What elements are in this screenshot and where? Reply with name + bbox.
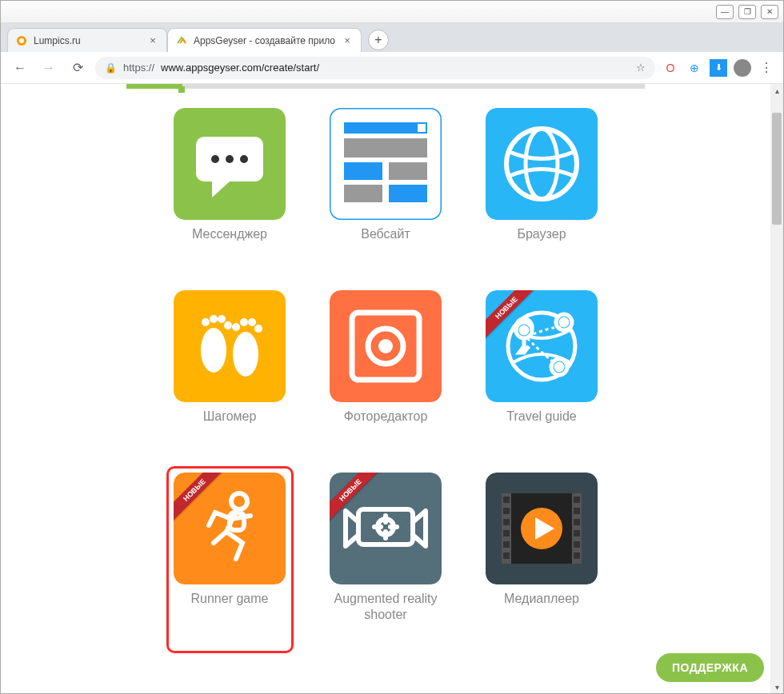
profile-avatar[interactable] — [734, 59, 751, 77]
template-label: Шагомер — [160, 409, 300, 425]
svg-point-1 — [19, 38, 24, 43]
tab-close-button[interactable]: × — [147, 35, 158, 46]
template-label: Медиаплеер — [472, 591, 612, 607]
template-label: Фоторедактор — [316, 409, 456, 425]
tab-title: AppsGeyser - создавайте прило — [194, 35, 335, 46]
template-label: Браузер — [472, 226, 612, 242]
scrollbar-track[interactable] — [770, 97, 783, 680]
ribbon-label: НОВЫЕ — [174, 473, 227, 523]
tab-lumpics[interactable]: Lumpics.ru × — [7, 28, 167, 52]
window-maximize-button[interactable]: ❐ — [738, 5, 756, 19]
mediaplayer-tile[interactable] — [486, 473, 598, 584]
extension-globe-icon[interactable]: ⊕ — [686, 59, 703, 77]
template-card-runner[interactable]: НОВЫЕRunner game — [160, 473, 300, 623]
window-minimize-button[interactable]: — — [716, 5, 734, 19]
ribbon-label: НОВЫЕ — [330, 473, 383, 523]
template-card-messenger[interactable]: Мессенджер — [160, 108, 300, 242]
url-protocol: https:// — [123, 62, 154, 74]
template-label: Travel guide — [472, 409, 612, 425]
forward-button[interactable]: → — [38, 57, 60, 79]
favicon-appsgeyser — [176, 35, 187, 46]
tab-appsgeyser[interactable]: AppsGeyser - создавайте прило × — [167, 28, 362, 52]
window-titlebar: — ❐ ✕ — [1, 1, 783, 23]
tab-strip: Lumpics.ru × AppsGeyser - создавайте при… — [1, 23, 783, 52]
scrollbar-thumb[interactable] — [772, 113, 782, 225]
reload-button[interactable]: ⟳ — [66, 57, 89, 79]
template-label: Вебсайт — [316, 226, 456, 242]
ar-tile[interactable]: НОВЫЕ — [330, 473, 442, 584]
template-card-pedometer[interactable]: Шагомер — [160, 290, 300, 425]
template-card-website[interactable]: Вебсайт — [316, 108, 456, 242]
messenger-tile[interactable] — [174, 108, 286, 220]
runner-tile[interactable]: НОВЫЕ — [174, 473, 286, 584]
photoeditor-tile[interactable] — [330, 290, 442, 402]
lock-icon: 🔒 — [105, 62, 117, 74]
template-card-mediaplayer[interactable]: Медиаплеер — [472, 473, 612, 623]
back-button[interactable]: ← — [9, 57, 31, 79]
template-card-travel[interactable]: НОВЫЕTravel guide — [472, 290, 612, 425]
page-content: МессенджерВебсайтБраузерШагомерФоторедак… — [1, 84, 770, 693]
browser-menu-button[interactable]: ⋮ — [758, 59, 775, 77]
website-tile[interactable] — [330, 108, 442, 220]
template-card-ar[interactable]: НОВЫЕAugmented reality shooter — [316, 473, 456, 623]
ribbon-label: НОВЫЕ — [486, 290, 539, 341]
template-label: Augmented reality shooter — [316, 591, 456, 623]
window-close-button[interactable]: ✕ — [761, 5, 778, 19]
favicon-lumpics — [16, 35, 27, 46]
scroll-down-button[interactable]: ▾ — [770, 680, 783, 693]
template-card-photoeditor[interactable]: Фоторедактор — [316, 290, 456, 425]
template-label: Runner game — [160, 591, 300, 607]
new-ribbon: НОВЫЕ — [486, 290, 542, 346]
browser-window: — ❐ ✕ Lumpics.ru × AppsGeyser - создавай… — [0, 0, 784, 694]
bookmark-star-icon[interactable]: ☆ — [636, 62, 646, 74]
travel-tile[interactable]: НОВЫЕ — [486, 290, 598, 402]
pedometer-tile[interactable] — [174, 290, 286, 402]
address-bar[interactable]: 🔒 https://www.appsgeyser.com/create/star… — [95, 57, 655, 79]
tab-title: Lumpics.ru — [34, 35, 81, 46]
new-ribbon: НОВЫЕ — [330, 473, 386, 528]
page-viewport: МессенджерВебсайтБраузерШагомерФоторедак… — [1, 84, 783, 693]
template-label: Мессенджер — [160, 226, 300, 242]
template-card-browser[interactable]: Браузер — [472, 108, 612, 242]
template-grid: МессенджерВебсайтБраузерШагомерФоторедак… — [106, 108, 666, 623]
extension-download-icon[interactable]: ⬇ — [710, 59, 727, 77]
support-button[interactable]: ПОДДЕРЖКА — [656, 653, 764, 682]
new-tab-button[interactable]: + — [368, 30, 389, 50]
new-ribbon: НОВЫЕ — [174, 473, 230, 528]
scroll-up-button[interactable]: ▴ — [770, 84, 783, 97]
url-text: www.appsgeyser.com/create/start/ — [161, 62, 319, 74]
extension-opera-icon[interactable]: O — [662, 59, 679, 77]
progress-bar — [126, 84, 645, 89]
browser-tile[interactable] — [486, 108, 598, 220]
tab-close-button[interactable]: × — [342, 35, 353, 46]
vertical-scrollbar[interactable]: ▴ ▾ — [770, 84, 783, 693]
toolbar: ← → ⟳ 🔒 https://www.appsgeyser.com/creat… — [1, 52, 783, 84]
